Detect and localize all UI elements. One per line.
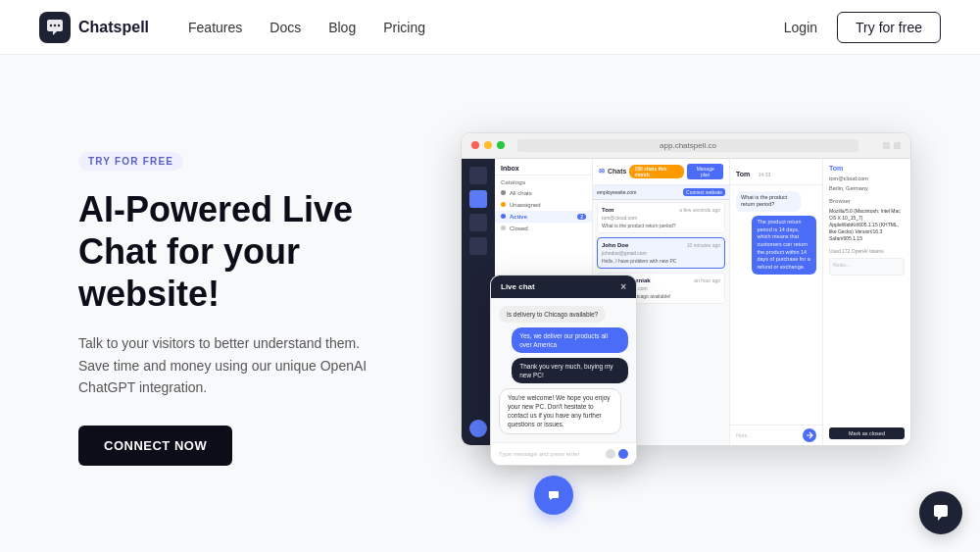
logo-text: Chatspell [78, 19, 149, 36]
nav-features[interactable]: Features [188, 20, 242, 35]
hero-section: TRY FOR FREE AI-Powered Live Chat for yo… [0, 55, 980, 552]
inbox-active[interactable]: Active 2 [495, 211, 592, 223]
active-badge: 2 [577, 214, 586, 220]
try-free-button[interactable]: Try for free [837, 12, 941, 43]
livechat-messages: Is delivery to Chicago available? Yes, w… [491, 298, 636, 442]
info-location: Berlin, Germany [829, 185, 905, 191]
logo[interactable]: Chatspell [39, 12, 149, 43]
lc-msg-3: You're welcome! We hope you enjoy your n… [499, 388, 621, 433]
nav-blog[interactable]: Blog [328, 20, 356, 35]
svg-point-3 [58, 24, 60, 25]
chat-widget-button[interactable] [534, 476, 573, 515]
info-email: tom@cloud.com [829, 176, 905, 181]
inbox-unassigned[interactable]: Unassigned [495, 199, 592, 211]
mark-closed-button[interactable]: Mark as closed [829, 427, 905, 439]
sidebar-icon-settings [469, 237, 487, 255]
livechat-popup: Live chat × Is delivery to Chicago avail… [490, 275, 637, 466]
chat-messages: What is the product return period? The p… [730, 185, 822, 425]
lc-msg-2: Thank you very much, buying my new PC! [512, 358, 628, 383]
browser-ctrl-2 [894, 142, 901, 149]
browser-url: app.chatspell.co [517, 139, 858, 152]
chat-item-1-top: John Doe 10 minutes ago [602, 242, 720, 248]
info-panel: Tom tom@cloud.com Berlin, Germany Browse… [822, 159, 910, 445]
browser-info-label: Browser [829, 198, 905, 204]
sidebar-icon-chat [469, 190, 487, 208]
chat-item-0[interactable]: Tom a few seconds ago tom@cloud.com What… [597, 202, 725, 233]
main-chat-header: Tom 14:33 [730, 159, 822, 185]
hero-left: TRY FOR FREE AI-Powered Live Chat for yo… [78, 151, 372, 467]
browser-info-value: Mozilla/5.0 (Macintosh; Intel Mac OS X 1… [829, 208, 905, 242]
msg-0: What is the product return period? [736, 191, 801, 212]
inbox-closed[interactable]: Closed [495, 223, 592, 234]
livechat-header: Live chat × [491, 276, 636, 298]
svg-point-2 [54, 24, 56, 25]
main-chat-area: Tom 14:33 What is the product return per… [730, 159, 822, 445]
sidebar-icon-analytics [469, 214, 487, 231]
inbox-header: Inbox [495, 159, 592, 176]
chats-title: ✉ Chats 150 chats this month Manage plan [599, 164, 723, 179]
hero-description: Talk to your visitors to better understa… [78, 332, 372, 398]
notes-box[interactable]: Notes... [829, 258, 905, 276]
mockup-wrapper: app.chatspell.co [431, 132, 911, 485]
nav-actions: Login Try for free [784, 12, 941, 43]
livechat-input[interactable]: Type message and press enter [491, 442, 636, 465]
dot-closed [501, 226, 506, 230]
hero-title: AI-Powered Live Chat for your website! [78, 188, 372, 316]
dot-green [497, 141, 505, 149]
dot-active [501, 214, 506, 219]
website-label: employeesite.com [597, 189, 636, 195]
connect-now-button[interactable]: CONNECT NOW [78, 426, 232, 466]
msg-1: The product return period is 14 days, wh… [752, 216, 816, 275]
chat-input-placeholder: Note... [736, 432, 799, 438]
lc-msg-0: Is delivery to Chicago available? [499, 306, 606, 323]
svg-point-1 [50, 24, 52, 25]
info-name: Tom [829, 165, 905, 172]
dot-yellow [484, 141, 492, 149]
browser-bar: app.chatspell.co [462, 133, 910, 159]
chat-item-0-top: Tom a few seconds ago [602, 207, 720, 213]
chats-header: ✉ Chats 150 chats this month Manage plan [593, 159, 729, 185]
nav-docs[interactable]: Docs [270, 20, 301, 35]
nav-pricing[interactable]: Pricing [383, 20, 425, 35]
livechat-close-icon[interactable]: × [620, 281, 626, 292]
chat-item-1[interactable]: John Doe 10 minutes ago johndoe@gmail.co… [597, 237, 725, 269]
sidebar-icon-user [469, 420, 487, 437]
livechat-send-icon[interactable] [618, 449, 628, 459]
livechat-input-placeholder: Type message and press enter [499, 451, 606, 457]
dot-allchats [501, 190, 506, 195]
chat-input-bar[interactable]: Note... [730, 425, 822, 445]
try-badge: TRY FOR FREE [78, 152, 183, 171]
nav-links: Features Docs Blog Pricing [188, 20, 784, 35]
sidebar-icon-home [469, 167, 487, 184]
dot-unassigned [501, 202, 506, 207]
lc-msg-1: Yes, we deliver our products all over Am… [512, 327, 628, 353]
login-button[interactable]: Login [784, 20, 817, 35]
browser-ctrl-1 [883, 142, 890, 149]
send-button[interactable] [803, 428, 816, 442]
livechat-title: Live chat [501, 282, 535, 291]
inbox-all-chats[interactable]: All chats [495, 187, 592, 199]
livechat-attach-icon [606, 449, 615, 459]
dot-red [471, 141, 479, 149]
chats-count-badge: 150 chats this month [629, 165, 684, 178]
support-chat-button[interactable] [919, 491, 962, 534]
tokens-used: Used 172 OpenAI tokens [829, 248, 905, 254]
navbar: Chatspell Features Docs Blog Pricing Log… [0, 0, 980, 55]
inbox-catalogs: Catalogs [495, 176, 592, 187]
manage-plan-button[interactable]: Manage plan [687, 164, 723, 179]
connect-website-btn[interactable]: Connect website [683, 188, 725, 196]
hero-right: app.chatspell.co [431, 132, 911, 485]
